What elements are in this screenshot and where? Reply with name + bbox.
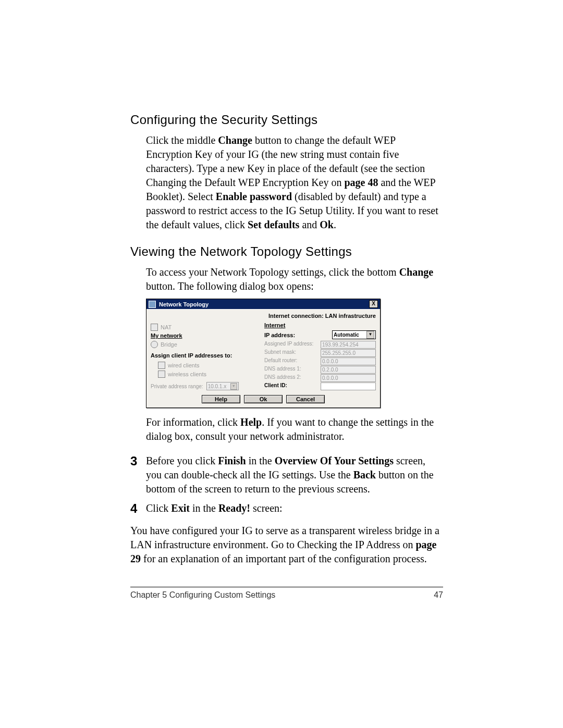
nat-label: NAT [161, 324, 172, 330]
text: To access your Network Topology settings… [146, 266, 399, 278]
text: For information, click [146, 416, 240, 428]
bold-back: Back [353, 469, 376, 480]
router-row: Default router:0.0.0.0 [264, 357, 376, 365]
step-text: Before you click Finish in the Overview … [146, 454, 443, 496]
text: button. The following dialog box opens: [146, 280, 314, 292]
bold-set-defaults: Set defaults [248, 219, 299, 230]
subnet-row: Subnet mask:255.255.255.0 [264, 349, 376, 357]
ip-address-label: IP address: [264, 332, 332, 338]
bridge-radio-row[interactable]: Bridge [151, 341, 260, 348]
label: DNS address 1: [264, 366, 321, 374]
value: 193.99.254.254 [321, 341, 376, 349]
text: You have configured your IG to serve as … [130, 525, 439, 550]
bold-exit: Exit [171, 502, 190, 514]
bold-ready: Ready! [218, 502, 250, 514]
ip-address-row: IP address: Automatic ▼ [264, 330, 376, 339]
closing-paragraph: You have configured your IG to serve as … [130, 524, 443, 566]
checkbox-icon [151, 324, 158, 331]
dialog-columns: NAT My network Bridge Assign client IP a… [151, 322, 376, 391]
footer-page-number: 47 [434, 590, 443, 600]
topology-heading: Viewing the Network Topology Settings [130, 244, 443, 259]
dropdown-value: 10.0.1.x [208, 384, 227, 389]
checkbox-icon [158, 371, 165, 378]
text: screen: [250, 502, 283, 514]
text: in the [190, 502, 218, 514]
connection-label: Internet connection: LAN infrastructure [151, 313, 376, 319]
text: . [334, 219, 336, 230]
help-button[interactable]: Help [202, 395, 240, 403]
private-address-dropdown[interactable]: 10.0.1.x ▼ [206, 382, 239, 390]
security-paragraph: Click the middle Change button to change… [146, 133, 443, 232]
bold-enable-password: Enable password [216, 191, 292, 202]
page-ref-48: page 48 [344, 177, 378, 188]
client-id-input[interactable] [321, 382, 376, 390]
radio-icon [151, 341, 158, 348]
step-4: 4 Click Exit in the Ready! screen: [130, 501, 443, 516]
ok-button[interactable]: Ok [244, 395, 283, 403]
value: 0.0.0.0 [321, 357, 376, 365]
left-column: NAT My network Bridge Assign client IP a… [151, 322, 260, 391]
document-page: Configuring the Security Settings Click … [0, 0, 563, 728]
label: DNS address 2: [264, 374, 321, 382]
ip-mode-dropdown[interactable]: Automatic ▼ [332, 330, 376, 339]
wireless-label: wireless clients [168, 371, 206, 377]
bridge-label: Bridge [161, 341, 177, 348]
assigned-ip-row: Assigned IP address:193.99.254.254 [264, 341, 376, 349]
text: and [299, 219, 320, 230]
text: for an explanation of an important part … [141, 553, 427, 564]
wired-label: wired clients [168, 362, 200, 368]
client-id-row: Client ID: [264, 382, 376, 390]
cancel-button[interactable]: Cancel [286, 395, 325, 403]
checkbox-icon [158, 362, 165, 369]
wired-checkbox-row[interactable]: wired clients [158, 362, 260, 369]
app-icon [149, 301, 156, 308]
step-3: 3 Before you click Finish in the Overvie… [130, 454, 443, 496]
value: 255.255.255.0 [321, 349, 376, 357]
step-number: 3 [130, 454, 146, 469]
value: 0.2.0.0 [321, 366, 376, 374]
dialog-titlebar: Network Topology X [146, 299, 380, 309]
bold-change: Change [399, 266, 434, 278]
text: Click [146, 502, 171, 514]
value: 0.0.0.0 [321, 374, 376, 382]
page-footer: Chapter 5 Configuring Custom Settings 47 [130, 590, 443, 600]
label: Subnet mask: [264, 349, 321, 357]
dropdown-value: Automatic [334, 332, 359, 338]
private-address-label: Private address range: [151, 384, 203, 389]
chevron-down-icon: ▼ [230, 383, 237, 390]
bold-change: Change [218, 134, 252, 146]
step-number: 4 [130, 501, 146, 516]
label: Default router: [264, 357, 321, 365]
chevron-down-icon: ▼ [366, 331, 374, 339]
dns2-row: DNS address 2:0.0.0.0 [264, 374, 376, 382]
topology-paragraph-1: To access your Network Topology settings… [146, 265, 443, 293]
private-address-row: Private address range: 10.0.1.x ▼ [151, 382, 260, 390]
right-column: Internet IP address: Automatic ▼ Assigne… [260, 322, 376, 391]
wireless-checkbox-row[interactable]: wireless clients [158, 371, 260, 378]
bold-help: Help [240, 416, 262, 428]
content-area: Configuring the Security Settings Click … [130, 113, 443, 600]
text: Click the middle [146, 134, 218, 146]
my-network-heading: My network [151, 332, 260, 339]
footer-chapter: Chapter 5 Configuring Custom Settings [130, 590, 434, 600]
step-text: Click Exit in the Ready! screen: [146, 501, 443, 515]
topology-paragraph-2: For information, click Help. If you want… [146, 415, 443, 443]
close-button[interactable]: X [369, 300, 378, 308]
label: Client ID: [264, 382, 321, 390]
network-topology-dialog: Network Topology X Internet connection: … [146, 299, 381, 408]
dialog-button-row: Help Ok Cancel [151, 395, 376, 403]
label: Assigned IP address: [264, 341, 321, 349]
footer-divider [130, 587, 443, 587]
bold-ok: Ok [320, 219, 334, 230]
security-heading: Configuring the Security Settings [130, 113, 443, 127]
dialog-body: Internet connection: LAN infrastructure … [146, 309, 380, 408]
nat-checkbox-row[interactable]: NAT [151, 324, 260, 331]
bold-overview: Overview Of Your Settings [275, 455, 394, 466]
assign-label: Assign client IP addresses to: [151, 352, 260, 359]
text: Before you click [146, 455, 218, 466]
dns1-row: DNS address 1:0.2.0.0 [264, 366, 376, 374]
dialog-title: Network Topology [159, 301, 369, 307]
internet-heading: Internet [264, 322, 376, 328]
bold-finish: Finish [218, 455, 246, 466]
text: in the [246, 455, 275, 466]
